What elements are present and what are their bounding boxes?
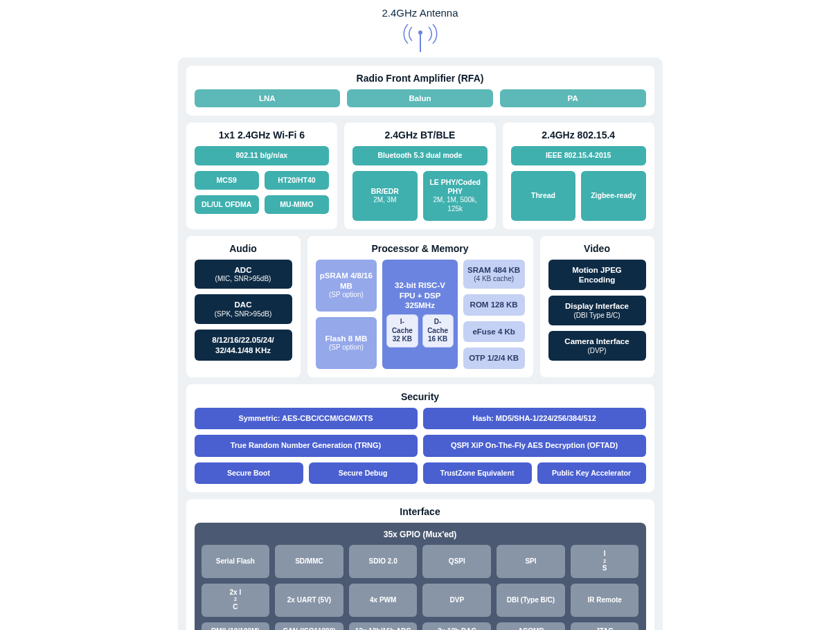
ieee154-panel: 2.4GHz 802.15.4 IEEE 802.15.4-2015 Threa… [503, 123, 654, 228]
wifi-std: 802.11 b/g/n/ax [195, 146, 330, 165]
iface-0-3: QSPI [422, 545, 491, 578]
iface-1-2: 4x PWM [349, 584, 418, 617]
antenna-icon [400, 21, 441, 52]
antenna-label: 2.4GHz Antenna [178, 7, 663, 19]
wifi-mcs9: MCS9 [195, 171, 259, 190]
ieee154-title: 2.4GHz 802.15.4 [511, 129, 646, 141]
efuse: eFuse 4 Kb [463, 321, 525, 342]
wifi-panel: 1x1 2.4GHz Wi-Fi 6 802.11 b/g/n/ax MCS9 … [186, 123, 338, 228]
security-title: Security [195, 391, 646, 402]
iface-1-5: IR Remote [571, 584, 639, 617]
sram: SRAM 484 KB(4 KB cache) [463, 260, 525, 289]
gpio-mux: 35x GPIO (Mux'ed) Serial FlashSD/MMCSDIO… [195, 523, 646, 630]
sec-sym: Symmetric: AES-CBC/CCM/GCM/XTS [195, 408, 418, 430]
bt-lephy: LE PHY/Coded PHY 2M, 1M, 500k, 125k [423, 171, 488, 221]
antenna-block: 2.4GHz Antenna [178, 7, 663, 55]
psram: pSRAM 4/8/16 MB(SP option) [316, 260, 377, 312]
audio-dac: DAC(SPK, SNR>95dB) [195, 294, 292, 324]
sec-hash: Hash: MD5/SHA-1/224/256/384/512 [423, 408, 646, 430]
svg-point-0 [418, 30, 422, 35]
ieee154-std: IEEE 802.15.4-2015 [511, 146, 646, 165]
iface-2-1: CAN (ISO11898) [275, 622, 343, 630]
sec-tz: TrustZone Equivalent [423, 462, 532, 484]
iface-0-1: SD/MMC [275, 545, 343, 578]
iface-2-3: 2x 12b DAC [422, 622, 491, 630]
iface-1-1: 2x UART (5V) [275, 584, 343, 617]
iface-2-2: 12x 12b/16b ADC [349, 622, 418, 630]
interface-title: Interface [195, 506, 646, 517]
iface-2-0: RMII (10/100M) [202, 622, 270, 630]
rfa-title: Radio Front Amplifier (RFA) [195, 73, 646, 84]
interface-panel: Interface 35x GPIO (Mux'ed) Serial Flash… [186, 499, 654, 630]
iface-1-3: DVP [422, 584, 491, 617]
processor-panel: Processor & Memory pSRAM 4/8/16 MB(SP op… [307, 236, 533, 377]
sec-debug: Secure Debug [309, 462, 418, 484]
rfa-balun: Balun [347, 89, 493, 107]
iface-1-4: DBI (Type B/C) [497, 584, 565, 617]
iface-0-2: SDIO 2.0 [349, 545, 418, 578]
iface-1-0: 2x I2C [202, 584, 270, 617]
wifi-title: 1x1 2.4GHz Wi-Fi 6 [195, 129, 330, 141]
otp: OTP 1/2/4 KB [463, 348, 525, 368]
video-title: Video [548, 243, 646, 254]
sec-boot: Secure Boot [195, 462, 303, 484]
audio-panel: Audio ADC(MIC, SNR>95dB) DAC(SPK, SNR>95… [186, 236, 301, 377]
wifi-ht: HT20/HT40 [265, 171, 329, 190]
camera-if: Camera Interface(DVP) [548, 331, 646, 361]
iface-2-4: ACOMP [497, 622, 565, 630]
core: 32-bit RISC-V FPU + DSP 325MHz I-Cache32… [382, 260, 457, 369]
iface-0-0: Serial Flash [202, 545, 270, 578]
zigbee: Zigbee-ready [581, 171, 645, 221]
thread: Thread [511, 171, 575, 221]
dcache: D-Cache16 KB [422, 314, 454, 348]
iface-0-4: SPI [497, 545, 565, 578]
rom: ROM 128 KB [463, 294, 525, 315]
flash: Flash 8 MB(SP option) [316, 317, 377, 369]
sec-oftad: QSPI XiP On-The-Fly AES Decryption (OFTA… [423, 435, 646, 457]
chip-body: Radio Front Amplifier (RFA) LNA Balun PA… [178, 57, 663, 630]
display-if: Display Interface(DBI Type B/C) [548, 296, 646, 325]
processor-title: Processor & Memory [316, 243, 525, 254]
audio-adc: ADC(MIC, SNR>95dB) [195, 260, 292, 289]
security-panel: Security Symmetric: AES-CBC/CCM/GCM/XTS … [186, 384, 654, 493]
rfa-lna: LNA [195, 89, 341, 107]
gpio-title: 35x GPIO (Mux'ed) [202, 530, 639, 539]
sec-pka: Public Key Accelerator [537, 462, 646, 484]
wifi-mumimo: MU-MIMO [265, 195, 329, 214]
icache: I-Cache32 KB [386, 314, 418, 348]
bt-bredr: BR/EDR 2M, 3M [352, 171, 417, 221]
mjpeg: Motion JPEGEncoding [548, 260, 646, 291]
audio-title: Audio [195, 243, 292, 254]
rfa-pa: PA [500, 89, 646, 107]
bt-panel: 2.4GHz BT/BLE Bluetooth 5.3 dual mode BR… [344, 123, 496, 228]
bt-title: 2.4GHz BT/BLE [352, 129, 488, 141]
wifi-ofdma: DL/UL OFDMA [195, 195, 259, 214]
audio-rates: 8/12/16/22.05/24/32/44.1/48 KHz [195, 330, 292, 361]
iface-2-5: JTAG [571, 622, 639, 630]
rfa-panel: Radio Front Amplifier (RFA) LNA Balun PA [186, 66, 654, 116]
bt-ver: Bluetooth 5.3 dual mode [352, 146, 488, 165]
sec-trng: True Random Number Generation (TRNG) [195, 435, 418, 457]
iface-0-5: I2S [571, 545, 639, 578]
video-panel: Video Motion JPEGEncoding Display Interf… [540, 236, 654, 377]
